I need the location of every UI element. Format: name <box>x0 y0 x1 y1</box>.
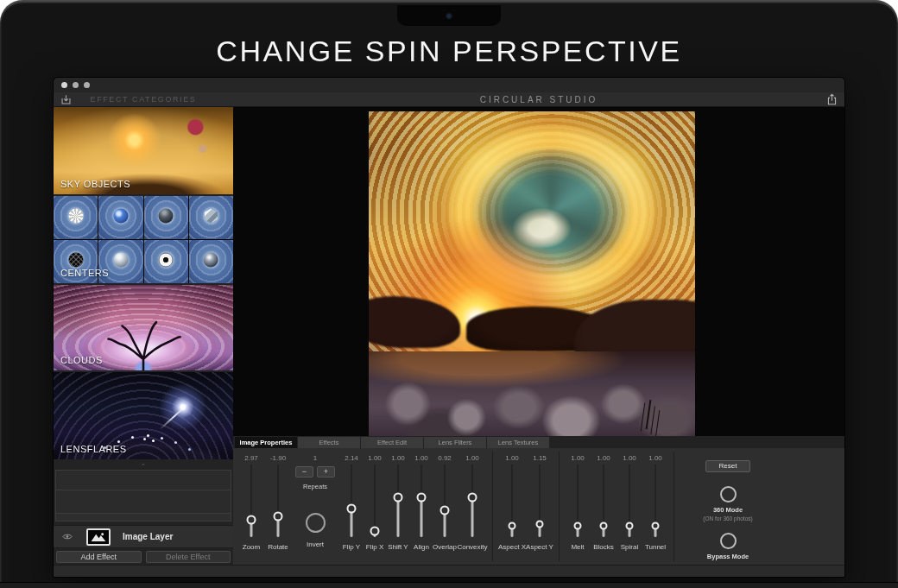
slider-track[interactable] <box>572 465 583 537</box>
layers-panel: ⌃ Image Layer <box>54 461 233 565</box>
slider-melt[interactable]: 1.00 Melt <box>565 448 591 565</box>
divider <box>492 452 493 561</box>
effect-list-row[interactable] <box>56 490 231 514</box>
slider-overlap[interactable]: 0.92 Overlap <box>432 448 458 565</box>
slider-zoom[interactable]: 2.97 Zoom <box>238 448 264 565</box>
center-tile-dark-sphere[interactable] <box>144 196 188 239</box>
slider-value: 1.00 <box>465 454 479 463</box>
delete-effect-button[interactable]: Delete Effect <box>146 551 231 563</box>
slider-track[interactable] <box>467 465 477 537</box>
slider-track[interactable] <box>393 465 403 537</box>
slider-knob[interactable] <box>347 504 357 514</box>
slider-track[interactable] <box>416 465 427 537</box>
slider-knob[interactable] <box>468 492 477 502</box>
slider-label: Shift Y <box>388 543 408 551</box>
slider-spiral[interactable]: 1.00 Spiral <box>617 448 642 565</box>
invert-toggle[interactable] <box>306 513 326 533</box>
sidebar-header: EFFECT CATEGORIES <box>54 95 233 104</box>
minimize-window-button[interactable] <box>73 82 79 88</box>
center-tile-disco-ball[interactable] <box>189 240 233 283</box>
slider-value: 1.00 <box>414 454 428 463</box>
close-window-button[interactable] <box>61 82 67 88</box>
center-tile-white-disc[interactable] <box>144 240 188 283</box>
zoom-window-button[interactable] <box>84 82 90 88</box>
slider-track[interactable] <box>273 465 283 537</box>
tab-lens-textures[interactable]: Lens Textures <box>487 437 549 448</box>
earth-icon <box>113 209 128 224</box>
center-tile-gear-sun[interactable] <box>54 196 98 239</box>
slider-track[interactable] <box>346 465 357 537</box>
repeats-plus-button[interactable]: + <box>317 466 335 477</box>
slider-track[interactable] <box>624 465 635 537</box>
slider-track[interactable] <box>534 465 545 537</box>
effect-list <box>55 470 231 522</box>
slider-track[interactable] <box>370 465 380 537</box>
slider-aspect-x[interactable]: 1.00 Aspect X <box>498 448 526 565</box>
slider-align[interactable]: 1.00 Align <box>411 448 432 565</box>
add-effect-button[interactable]: Add Effect <box>56 551 142 563</box>
category-sky-objects[interactable]: SKY OBJECTS <box>54 107 233 194</box>
image-layer-row[interactable]: Image Layer <box>54 525 233 548</box>
slider-knob[interactable] <box>626 522 634 530</box>
category-clouds[interactable]: CLOUDS <box>54 285 233 370</box>
slider-knob[interactable] <box>652 522 660 530</box>
properties-panel: Image Properties Effects Effect Edit Len… <box>233 436 844 565</box>
edited-photo[interactable] <box>369 111 695 436</box>
category-centers[interactable]: CENTERS <box>54 196 233 283</box>
reset-button[interactable]: Reset <box>705 460 750 472</box>
slider-convexity[interactable]: 1.00 Convexity <box>458 448 487 565</box>
slider-shift-y[interactable]: 1.00 Shift Y <box>385 448 411 565</box>
share-icon[interactable] <box>826 93 838 105</box>
steel-sphere-icon <box>113 253 128 268</box>
repeats-minus-button[interactable]: − <box>295 466 313 477</box>
slider-knob[interactable] <box>509 522 516 530</box>
slider-value: 2.97 <box>244 454 258 463</box>
slider-flip-x[interactable]: 1.00 Flip X <box>364 448 385 565</box>
slider-knob[interactable] <box>574 522 582 530</box>
slider-knob[interactable] <box>274 511 283 521</box>
bypass-mode-toggle[interactable] <box>720 533 737 549</box>
white-disc-icon <box>159 253 174 268</box>
slider-track[interactable] <box>246 465 256 537</box>
slider-aspect-y[interactable]: 1.15 Aspect Y <box>526 448 553 565</box>
slider-knob[interactable] <box>600 522 608 530</box>
slider-knob[interactable] <box>440 505 450 515</box>
category-label: CENTERS <box>60 268 109 278</box>
category-label: LENSFLARES <box>60 444 127 454</box>
slider-label: Overlap <box>433 543 457 551</box>
laptop-bottom-edge <box>0 582 898 588</box>
center-tile-earth[interactable] <box>98 196 142 239</box>
center-tile-gem[interactable] <box>189 196 233 239</box>
tab-effect-edit[interactable]: Effect Edit <box>361 437 423 448</box>
tab-image-properties[interactable]: Image Properties <box>235 437 297 448</box>
slider-rotate[interactable]: -1.90 Rotate <box>264 448 292 565</box>
slider-flip-y[interactable]: 2.14 Flip Y <box>338 448 364 565</box>
mode-360-toggle[interactable] <box>720 486 737 503</box>
slider-track[interactable] <box>440 465 450 537</box>
slider-tunnel[interactable]: 1.00 Tunnel <box>642 448 668 565</box>
eye-icon[interactable] <box>62 533 73 541</box>
category-lensflares[interactable]: LENSFLARES <box>54 372 233 459</box>
slider-label: Blocks <box>593 543 614 551</box>
slider-value: 1.00 <box>597 454 610 463</box>
repeats-invert-column: 1 − + Repeats Invert <box>292 448 338 565</box>
slider-label: Tunnel <box>645 543 666 551</box>
slider-knob[interactable] <box>370 527 380 536</box>
app-body: SKY OBJECTS CENTERS <box>54 107 844 565</box>
effect-buttons: Add Effect Delete Effect <box>54 548 233 563</box>
slider-knob[interactable] <box>247 515 256 524</box>
slider-track[interactable] <box>507 465 517 537</box>
slider-knob[interactable] <box>536 520 544 528</box>
slider-track[interactable] <box>598 465 609 537</box>
slider-blocks[interactable]: 1.00 Blocks <box>591 448 617 565</box>
slider-track[interactable] <box>650 465 661 537</box>
slider-knob[interactable] <box>394 492 403 502</box>
main-area: Image Properties Effects Effect Edit Len… <box>233 107 844 565</box>
slider-value: -1.90 <box>270 454 286 463</box>
tab-effects[interactable]: Effects <box>298 437 360 448</box>
slider-knob[interactable] <box>417 492 427 502</box>
panel-collapse-caret[interactable]: ⌃ <box>54 463 233 470</box>
effect-list-row[interactable] <box>56 471 231 490</box>
layer-thumbnail[interactable] <box>86 528 111 546</box>
tab-lens-filters[interactable]: Lens Filters <box>424 437 486 448</box>
